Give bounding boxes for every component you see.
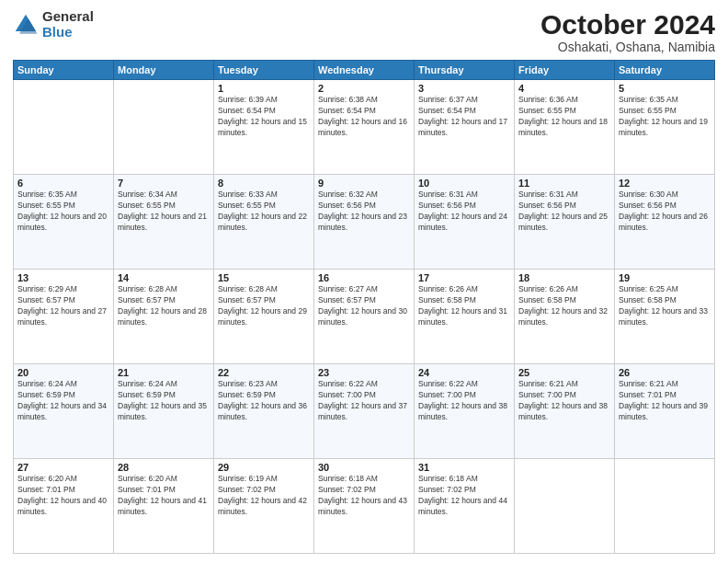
day-info: Sunrise: 6:39 AMSunset: 6:54 PMDaylight:… [218,95,310,139]
day-number: 22 [218,367,310,378]
day-number: 28 [118,462,210,473]
header-row: Sunday Monday Tuesday Wednesday Thursday… [14,61,715,80]
title-month: October 2024 [540,9,715,40]
day-info: Sunrise: 6:24 AMSunset: 6:59 PMDaylight:… [118,379,210,423]
day-number: 11 [518,178,610,189]
calendar-week-3: 13Sunrise: 6:29 AMSunset: 6:57 PMDayligh… [14,270,715,364]
day-info: Sunrise: 6:25 AMSunset: 6:58 PMDaylight:… [619,284,711,328]
col-friday: Friday [515,61,615,80]
calendar-cell: 13Sunrise: 6:29 AMSunset: 6:57 PMDayligh… [14,270,114,364]
logo-blue: Blue [42,25,94,40]
title-area: October 2024 Oshakati, Oshana, Namibia [540,9,715,54]
day-info: Sunrise: 6:26 AMSunset: 6:58 PMDaylight:… [418,284,510,328]
day-number: 20 [17,367,109,378]
calendar-week-4: 20Sunrise: 6:24 AMSunset: 6:59 PMDayligh… [14,364,715,459]
calendar-cell: 17Sunrise: 6:26 AMSunset: 6:58 PMDayligh… [415,270,515,364]
day-info: Sunrise: 6:23 AMSunset: 6:59 PMDaylight:… [218,379,310,423]
day-number: 1 [218,83,310,94]
day-info: Sunrise: 6:33 AMSunset: 6:55 PMDaylight:… [218,190,310,234]
day-number: 16 [318,272,410,283]
calendar-cell: 9Sunrise: 6:32 AMSunset: 6:56 PMDaylight… [314,175,415,270]
col-sunday: Sunday [14,61,114,80]
day-info: Sunrise: 6:19 AMSunset: 7:02 PMDaylight:… [218,474,310,518]
day-info: Sunrise: 6:22 AMSunset: 7:00 PMDaylight:… [318,379,410,423]
day-info: Sunrise: 6:27 AMSunset: 6:57 PMDaylight:… [318,284,410,328]
calendar-cell [114,80,214,175]
day-number: 14 [118,272,210,283]
day-info: Sunrise: 6:18 AMSunset: 7:02 PMDaylight:… [318,474,410,518]
day-info: Sunrise: 6:20 AMSunset: 7:01 PMDaylight:… [17,474,109,518]
logo-text: General Blue [42,9,94,40]
calendar-cell: 27Sunrise: 6:20 AMSunset: 7:01 PMDayligh… [14,459,114,554]
day-number: 25 [518,367,610,378]
calendar-cell: 15Sunrise: 6:28 AMSunset: 6:57 PMDayligh… [214,270,314,364]
day-info: Sunrise: 6:21 AMSunset: 7:00 PMDaylight:… [518,379,610,423]
calendar-cell [615,459,715,554]
calendar-cell: 24Sunrise: 6:22 AMSunset: 7:00 PMDayligh… [415,364,515,459]
day-info: Sunrise: 6:29 AMSunset: 6:57 PMDaylight:… [17,284,109,328]
calendar-table: Sunday Monday Tuesday Wednesday Thursday… [13,60,715,554]
calendar-cell: 10Sunrise: 6:31 AMSunset: 6:56 PMDayligh… [415,175,515,270]
title-location: Oshakati, Oshana, Namibia [540,40,715,54]
day-info: Sunrise: 6:31 AMSunset: 6:56 PMDaylight:… [518,190,610,234]
day-number: 30 [318,462,410,473]
calendar-cell: 1Sunrise: 6:39 AMSunset: 6:54 PMDaylight… [214,80,314,175]
day-info: Sunrise: 6:34 AMSunset: 6:55 PMDaylight:… [118,190,210,234]
day-number: 31 [418,462,510,473]
day-number: 4 [518,83,610,94]
day-info: Sunrise: 6:28 AMSunset: 6:57 PMDaylight:… [218,284,310,328]
page: General Blue October 2024 Oshakati, Osha… [0,0,728,563]
day-info: Sunrise: 6:21 AMSunset: 7:01 PMDaylight:… [619,379,711,423]
calendar-cell: 14Sunrise: 6:28 AMSunset: 6:57 PMDayligh… [114,270,214,364]
logo-icon [13,12,39,38]
col-saturday: Saturday [615,61,715,80]
col-monday: Monday [114,61,214,80]
calendar-cell: 18Sunrise: 6:26 AMSunset: 6:58 PMDayligh… [515,270,615,364]
calendar-cell: 21Sunrise: 6:24 AMSunset: 6:59 PMDayligh… [114,364,214,459]
day-number: 2 [318,83,410,94]
calendar-cell: 16Sunrise: 6:27 AMSunset: 6:57 PMDayligh… [314,270,415,364]
calendar-cell: 26Sunrise: 6:21 AMSunset: 7:01 PMDayligh… [615,364,715,459]
day-info: Sunrise: 6:28 AMSunset: 6:57 PMDaylight:… [118,284,210,328]
calendar-cell: 7Sunrise: 6:34 AMSunset: 6:55 PMDaylight… [114,175,214,270]
day-number: 9 [318,178,410,189]
day-info: Sunrise: 6:35 AMSunset: 6:55 PMDaylight:… [17,190,109,234]
calendar-cell: 20Sunrise: 6:24 AMSunset: 6:59 PMDayligh… [14,364,114,459]
calendar-cell: 8Sunrise: 6:33 AMSunset: 6:55 PMDaylight… [214,175,314,270]
day-info: Sunrise: 6:38 AMSunset: 6:54 PMDaylight:… [318,95,410,139]
calendar-cell: 28Sunrise: 6:20 AMSunset: 7:01 PMDayligh… [114,459,214,554]
day-number: 17 [418,272,510,283]
day-info: Sunrise: 6:32 AMSunset: 6:56 PMDaylight:… [318,190,410,234]
day-info: Sunrise: 6:37 AMSunset: 6:54 PMDaylight:… [418,95,510,139]
calendar-cell: 11Sunrise: 6:31 AMSunset: 6:56 PMDayligh… [515,175,615,270]
day-number: 19 [619,272,711,283]
calendar-week-2: 6Sunrise: 6:35 AMSunset: 6:55 PMDaylight… [14,175,715,270]
day-number: 13 [17,272,109,283]
day-number: 27 [17,462,109,473]
day-number: 12 [619,178,711,189]
calendar-cell: 12Sunrise: 6:30 AMSunset: 6:56 PMDayligh… [615,175,715,270]
day-info: Sunrise: 6:18 AMSunset: 7:02 PMDaylight:… [418,474,510,518]
day-number: 26 [619,367,711,378]
day-number: 24 [418,367,510,378]
header: General Blue October 2024 Oshakati, Osha… [13,9,715,54]
day-number: 3 [418,83,510,94]
calendar-cell: 2Sunrise: 6:38 AMSunset: 6:54 PMDaylight… [314,80,415,175]
calendar-cell: 23Sunrise: 6:22 AMSunset: 7:00 PMDayligh… [314,364,415,459]
day-number: 7 [118,178,210,189]
day-number: 29 [218,462,310,473]
calendar-week-1: 1Sunrise: 6:39 AMSunset: 6:54 PMDaylight… [14,80,715,175]
col-wednesday: Wednesday [314,61,415,80]
calendar-cell: 31Sunrise: 6:18 AMSunset: 7:02 PMDayligh… [415,459,515,554]
day-info: Sunrise: 6:22 AMSunset: 7:00 PMDaylight:… [418,379,510,423]
col-tuesday: Tuesday [214,61,314,80]
day-number: 8 [218,178,310,189]
day-number: 15 [218,272,310,283]
day-info: Sunrise: 6:20 AMSunset: 7:01 PMDaylight:… [118,474,210,518]
day-number: 21 [118,367,210,378]
day-number: 5 [619,83,711,94]
day-info: Sunrise: 6:24 AMSunset: 6:59 PMDaylight:… [17,379,109,423]
day-number: 10 [418,178,510,189]
calendar-cell: 6Sunrise: 6:35 AMSunset: 6:55 PMDaylight… [14,175,114,270]
day-info: Sunrise: 6:26 AMSunset: 6:58 PMDaylight:… [518,284,610,328]
